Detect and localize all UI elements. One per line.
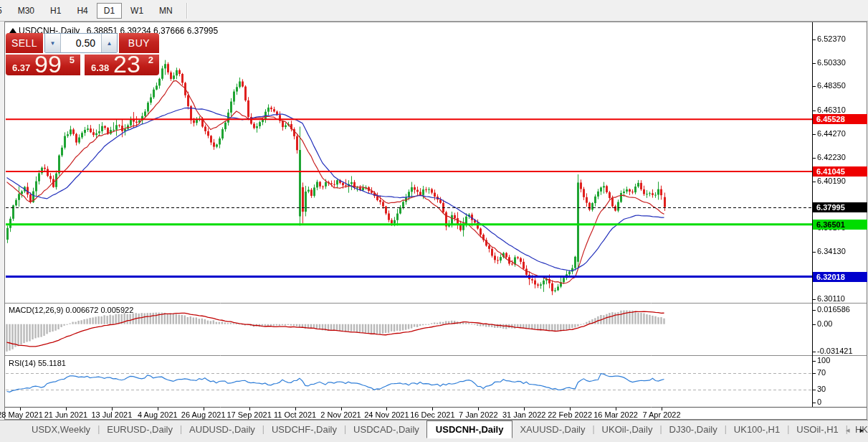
macd-axis-label: 0.016586 [817, 305, 850, 314]
sell-price-display[interactable]: 6.37 99 5 [6, 55, 80, 75]
timeframe-button-h1[interactable]: H1 [43, 3, 68, 19]
toolbar-separator [186, 3, 188, 19]
date-axis-label: 22 Feb 2022 [548, 410, 592, 419]
date-axis-label: 7 Jan 2022 [459, 410, 497, 419]
date-axis-label: 13 Jul 2021 [91, 410, 132, 419]
sell-price-small: 6.37 [12, 62, 30, 73]
timeframe-button-w1[interactable]: W1 [123, 3, 151, 19]
spin-up-icon: ▲ [107, 40, 113, 47]
date-axis-label: 7 Apr 2022 [642, 410, 680, 419]
date-axis-label: 26 Aug 2021 [181, 410, 226, 419]
tab-scroll-right-icon[interactable]: ▸ [859, 425, 864, 435]
price-axis-label: 6.46310 [817, 105, 846, 114]
tab-scroll-buttons: ◂ ▸ [846, 425, 864, 435]
price-axis-label: 6.50330 [817, 58, 846, 67]
buy-price-small: 6.38 [91, 62, 109, 73]
macd-axis-label: 0.00 [817, 319, 832, 328]
price-tag: 6.45528 [813, 114, 867, 124]
one-click-trading-panel: SELL ▼ ▲ BUY 6.37 99 5 6.38 23 2 [6, 33, 159, 75]
timeframe-button-mn[interactable]: MN [152, 3, 180, 19]
tab-scroll-left-icon[interactable]: ◂ [846, 425, 850, 435]
price-axis-label: 6.44270 [817, 129, 846, 138]
date-axis-label: 16 Mar 2022 [593, 410, 638, 419]
symbol-tab-uk100[interactable]: UK100-,H1 [727, 422, 787, 437]
volume-input[interactable] [61, 34, 101, 52]
timeframe-button-5[interactable]: 5 [0, 3, 9, 19]
date-axis-label: 11 Oct 2021 [274, 410, 316, 419]
symbol-tab-usdcnh[interactable]: USDCNH-,Daily [426, 420, 513, 438]
price-tag: 6.37995 [813, 202, 867, 212]
price-axis-label: 6.40190 [817, 177, 846, 185]
symbol-tab-bar: USDX,Weekly|EURUSD-,Daily|AUDUSD-,Daily|… [0, 420, 868, 442]
timeframe-toolbar: 5M30H1H4D1W1MN [0, 0, 868, 22]
symbol-tab-dj30[interactable]: DJ30-,Daily [662, 422, 725, 437]
price-axis-label: 6.30110 [817, 294, 845, 303]
rsi-axis-label: 30 [817, 385, 826, 393]
spin-down-icon: ▼ [50, 40, 56, 47]
macd-axis-label: -0.031421 [817, 347, 853, 355]
rsi-axis-label: 0 [817, 398, 821, 406]
rsi-axis-label: 70 [817, 368, 826, 377]
buy-price-big: 23 [113, 50, 140, 78]
price-tag: 6.36501 [813, 220, 867, 230]
symbol-tab-usdchf[interactable]: USDCHF-,Daily [264, 422, 344, 437]
symbol-tab-usdx[interactable]: USDX,Weekly [24, 422, 97, 437]
price-tag: 6.32018 [813, 272, 867, 282]
symbol-tab-usdcad[interactable]: USDCAD-,Daily [346, 422, 426, 437]
timeframe-button-h4[interactable]: H4 [70, 3, 95, 19]
timeframe-button-m30[interactable]: M30 [11, 3, 42, 19]
symbol-tab-usoil[interactable]: USOil-,H1 [789, 422, 846, 437]
price-axis-label: 6.52370 [817, 34, 846, 43]
date-axis-label: 16 Dec 2021 [410, 410, 454, 419]
date-axis-label: 24 Nov 2021 [364, 410, 409, 419]
buy-price-display[interactable]: 6.38 23 2 [85, 55, 159, 75]
date-axis-label: 17 Sep 2021 [226, 410, 271, 419]
panel-collapse-icon[interactable] [9, 28, 16, 33]
rsi-axis-label: 100 [817, 356, 830, 365]
symbol-tab-audusd[interactable]: AUDUSD-,Daily [182, 422, 262, 437]
price-axis-label: 6.34130 [817, 247, 846, 255]
sell-price-sup: 5 [70, 55, 75, 65]
symbol-tab-xauusd[interactable]: XAUUSD-,Daily [512, 422, 592, 437]
buy-price-sup: 2 [148, 55, 153, 65]
price-tag: 6.41045 [813, 166, 867, 177]
date-axis-label: 4 Aug 2021 [138, 410, 178, 419]
symbol-tab-eurusd[interactable]: EURUSD-,Daily [100, 422, 180, 437]
date-axis-label: 21 Jun 2021 [44, 410, 88, 419]
timeframe-button-d1[interactable]: D1 [97, 3, 122, 19]
macd-header: MACD(12,26,9) 0.006672 0.005922 [9, 306, 133, 314]
sell-price-big: 99 [34, 50, 62, 78]
price-axis-label: 6.48350 [817, 81, 846, 90]
date-axis-label: 31 Jan 2022 [502, 410, 546, 419]
rsi-header: RSI(14) 55.1181 [9, 359, 66, 367]
symbol-tab-ukoil[interactable]: UKOil-,Daily [595, 422, 660, 437]
date-axis-label: 2 Nov 2021 [320, 410, 361, 419]
price-axis-label: 6.42230 [817, 153, 846, 161]
date-axis-label: 28 May 2021 [0, 410, 43, 419]
